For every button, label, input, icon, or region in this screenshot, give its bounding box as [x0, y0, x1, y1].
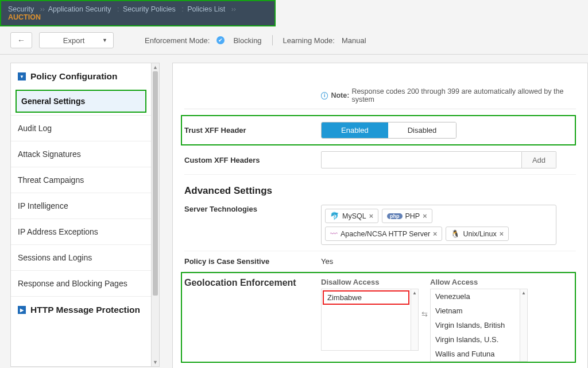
bc-current: AUCTION — [8, 13, 41, 21]
bc-colon: : — [181, 5, 183, 13]
allow-heading: Allow Access — [430, 278, 528, 286]
bc-appsecurity[interactable]: Application Security — [48, 5, 111, 13]
tag-unix[interactable]: 🐧 Unix/Linux × — [446, 227, 509, 241]
disallow-listbox[interactable]: Zimbabwe — [321, 289, 411, 351]
export-label: Export — [45, 36, 102, 45]
breadcrumb: Security ›› Application Security : Secur… — [0, 0, 276, 26]
trust-xff-toggle[interactable]: Enabled Disabled — [321, 122, 457, 139]
disallow-scrollbar[interactable]: ▲ — [411, 289, 419, 351]
swap-icon[interactable]: ⇆ — [421, 310, 428, 319]
list-item[interactable]: Zimbabwe — [323, 290, 409, 305]
custom-xff-row: Custom XFF Headers Add — [184, 145, 576, 175]
collapse-icon: ▼ — [18, 72, 26, 80]
back-button[interactable]: ← — [10, 32, 32, 48]
tag-label: PHP — [405, 212, 420, 220]
swap-column: ⇆ — [419, 278, 430, 319]
remove-icon[interactable]: × — [500, 230, 504, 238]
bc-sep: ›› — [40, 5, 45, 13]
divider — [272, 35, 273, 45]
enforcement-mode-label: Enforcement Mode: — [145, 36, 210, 45]
bc-secpolicies[interactable]: Security Policies — [123, 5, 176, 13]
note-text: Response codes 200 through 399 are autom… — [351, 87, 576, 103]
list-item[interactable]: Venezuela — [431, 289, 520, 304]
sidebar-item-ip-address-exceptions[interactable]: IP Address Exceptions — [11, 218, 151, 244]
case-sensitive-label: Policy is Case Sensitive — [184, 257, 321, 266]
advanced-settings-heading: Advanced Settings — [184, 185, 576, 197]
bc-policieslist[interactable]: Policies List — [187, 5, 225, 13]
learning-mode-label: Learning Mode: — [283, 36, 335, 45]
disallow-heading: Disallow Access — [321, 278, 419, 286]
sidebar-section-http-protection[interactable]: ▶ HTTP Message Protection — [11, 296, 151, 321]
apache-icon: 〰 — [330, 230, 338, 238]
custom-xff-label: Custom XFF Headers — [184, 156, 321, 164]
caret-down-icon: ▼ — [102, 37, 107, 43]
settings-panel: i Note: Response codes 200 through 399 a… — [172, 63, 588, 368]
tag-label: Unix/Linux — [463, 230, 496, 238]
list-item[interactable]: Virgin Islands, U.S. — [431, 332, 520, 347]
sidebar-item-response-blocking[interactable]: Response and Blocking Pages — [11, 270, 151, 296]
trust-xff-row: Trust XFF Header Enabled Disabled — [181, 115, 576, 145]
bc-root[interactable]: Security — [8, 5, 34, 13]
scroll-up-icon[interactable]: ▲ — [520, 289, 527, 297]
add-button[interactable]: Add — [522, 151, 556, 168]
allow-listbox[interactable]: Venezuela Vietnam Virgin Islands, Britis… — [430, 289, 520, 362]
mysql-icon: 🐬 — [330, 212, 339, 220]
sidebar-item-attack-signatures[interactable]: Attack Signatures — [11, 141, 151, 167]
shield-check-icon: ✔ — [216, 36, 225, 44]
scroll-down-icon[interactable]: ▼ — [152, 358, 159, 366]
list-item[interactable]: Wallis and Futuna — [431, 347, 520, 361]
enforcement-mode-value: Blocking — [233, 36, 261, 45]
server-tech-label: Server Technologies — [184, 205, 321, 213]
scroll-up-icon[interactable]: ▲ — [152, 63, 159, 71]
toggle-disabled[interactable]: Disabled — [388, 122, 457, 138]
custom-xff-input[interactable] — [321, 151, 522, 168]
linux-icon: 🐧 — [451, 229, 460, 238]
tag-label: MySQL — [342, 212, 366, 220]
sidebar-item-ip-intelligence[interactable]: IP Intelligence — [11, 193, 151, 218]
section-label: HTTP Message Protection — [30, 305, 140, 315]
trust-xff-label: Trust XFF Header — [184, 126, 321, 135]
response-code-note: i Note: Response codes 200 through 399 a… — [184, 87, 576, 109]
sidebar-item-threat-campaigns[interactable]: Threat Campaigns — [11, 167, 151, 193]
tag-apache[interactable]: 〰 Apache/NCSA HTTP Server × — [325, 227, 442, 241]
sidebar-scrollbar[interactable]: ▲ ▼ — [152, 63, 160, 367]
geolocation-row: Geolocation Enforcement Disallow Access … — [181, 272, 576, 363]
expand-icon: ▶ — [18, 306, 26, 314]
arrow-left-icon: ← — [17, 36, 25, 45]
sidebar-item-audit-log[interactable]: Audit Log — [11, 115, 151, 141]
info-icon: i — [321, 92, 328, 99]
toolbar: ← Export ▼ Enforcement Mode: ✔ Blocking … — [0, 26, 588, 55]
case-sensitive-value: Yes — [321, 257, 333, 266]
remove-icon[interactable]: × — [433, 230, 437, 238]
server-tech-row: Server Technologies 🐬 MySQL × php PHP × … — [184, 199, 576, 251]
sidebar: ▼ Policy Configuration General Settings … — [10, 63, 152, 367]
toggle-enabled[interactable]: Enabled — [322, 122, 388, 138]
tag-php[interactable]: php PHP × — [382, 209, 432, 223]
note-label: Note: — [331, 91, 349, 99]
remove-icon[interactable]: × — [423, 212, 427, 220]
tag-label: Apache/NCSA HTTP Server — [341, 230, 430, 238]
list-item[interactable]: Virgin Islands, British — [431, 318, 520, 332]
list-item[interactable]: Vietnam — [431, 304, 520, 318]
sidebar-item-sessions-logins[interactable]: Sessions and Logins — [11, 244, 151, 270]
sidebar-section-policy-config[interactable]: ▼ Policy Configuration — [11, 63, 151, 87]
section-label: Policy Configuration — [30, 71, 118, 82]
php-icon: php — [387, 213, 403, 219]
bc-colon: : — [117, 5, 119, 13]
sidebar-item-general-settings[interactable]: General Settings — [16, 90, 146, 113]
tag-mysql[interactable]: 🐬 MySQL × — [325, 209, 378, 223]
scroll-up-icon[interactable]: ▲ — [411, 289, 418, 297]
bc-sep: ›› — [231, 5, 236, 13]
geolocation-label: Geolocation Enforcement — [184, 278, 321, 288]
learning-mode-value: Manual — [342, 36, 366, 45]
scroll-thumb[interactable] — [153, 71, 158, 296]
server-tech-tagbox[interactable]: 🐬 MySQL × php PHP × 〰 Apache/NCSA HTTP S… — [321, 205, 556, 245]
remove-icon[interactable]: × — [369, 212, 373, 220]
case-sensitive-row: Policy is Case Sensitive Yes — [184, 251, 576, 272]
export-dropdown[interactable]: Export ▼ — [39, 32, 114, 48]
allow-scrollbar[interactable]: ▲ — [520, 289, 528, 362]
